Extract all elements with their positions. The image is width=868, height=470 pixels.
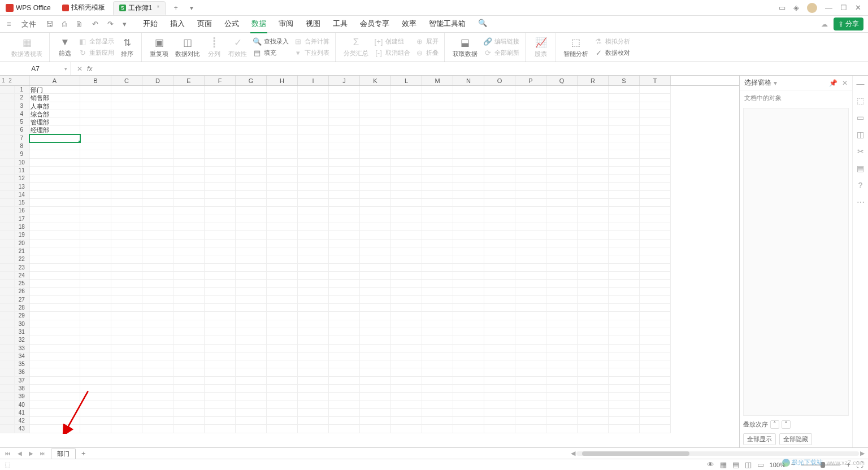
cell[interactable] <box>640 304 671 312</box>
cell[interactable] <box>29 425 80 433</box>
cell[interactable] <box>515 150 546 158</box>
rail-select-icon[interactable]: ⬚ <box>857 96 864 105</box>
cell[interactable] <box>640 401 671 409</box>
cell[interactable] <box>267 142 298 150</box>
column-header[interactable]: M <box>422 76 453 85</box>
expand-button[interactable]: ⊕展开 <box>413 36 441 47</box>
cell[interactable] <box>422 247 453 255</box>
cell[interactable] <box>29 385 80 393</box>
cell[interactable] <box>267 207 298 215</box>
cell[interactable] <box>80 296 111 304</box>
cell[interactable] <box>111 360 142 368</box>
row-header[interactable]: 12 <box>0 175 29 182</box>
cell[interactable] <box>142 352 173 360</box>
cell[interactable] <box>329 223 360 231</box>
cell[interactable] <box>267 401 298 409</box>
cell[interactable] <box>484 345 515 352</box>
cell[interactable] <box>298 425 329 433</box>
cell[interactable] <box>422 134 453 142</box>
menu-tab-formula[interactable]: 公式 <box>223 15 240 33</box>
cell[interactable] <box>453 102 484 110</box>
cell[interactable] <box>515 102 546 110</box>
cell[interactable] <box>173 264 205 272</box>
cell[interactable] <box>609 264 640 272</box>
cell[interactable] <box>267 223 298 231</box>
cell[interactable] <box>609 207 640 215</box>
cell[interactable] <box>173 312 205 320</box>
cell[interactable] <box>484 312 515 320</box>
cell[interactable] <box>111 159 142 167</box>
cell[interactable] <box>484 393 515 401</box>
cell[interactable] <box>391 280 422 288</box>
cell[interactable] <box>329 142 360 150</box>
cell[interactable] <box>142 199 173 207</box>
cell[interactable] <box>298 191 329 199</box>
qat-dropdown-icon[interactable]: ▾ <box>121 20 128 28</box>
cell[interactable] <box>609 231 640 239</box>
row-header[interactable]: 33 <box>0 345 29 352</box>
cell[interactable] <box>391 288 422 295</box>
cell[interactable] <box>298 296 329 304</box>
cell[interactable] <box>267 385 298 393</box>
cell[interactable] <box>453 126 484 134</box>
cell[interactable] <box>267 183 298 191</box>
cell[interactable] <box>111 134 142 142</box>
row-header[interactable]: 38 <box>0 385 29 393</box>
cell[interactable] <box>422 377 453 385</box>
tab-menu-button[interactable]: ▾ <box>186 2 197 14</box>
cell[interactable] <box>111 385 142 393</box>
row-header[interactable]: 31 <box>0 328 29 336</box>
cell[interactable] <box>267 312 298 320</box>
cell[interactable] <box>142 231 173 239</box>
cell[interactable] <box>329 94 360 102</box>
reader-icon[interactable]: ▭ <box>779 3 785 12</box>
cell[interactable] <box>173 94 205 102</box>
cell[interactable] <box>205 102 236 110</box>
row-header[interactable]: 17 <box>0 215 29 223</box>
cell[interactable] <box>236 240 267 247</box>
cell[interactable] <box>205 288 236 295</box>
cell[interactable] <box>422 86 453 94</box>
cell[interactable] <box>609 393 640 401</box>
cell[interactable] <box>111 94 142 102</box>
cell[interactable] <box>142 223 173 231</box>
cell[interactable] <box>111 118 142 126</box>
cell[interactable] <box>29 272 80 280</box>
cell[interactable] <box>546 199 578 207</box>
cell[interactable] <box>142 102 173 110</box>
cell[interactable] <box>205 352 236 360</box>
cell[interactable] <box>453 393 484 401</box>
cell[interactable] <box>205 191 236 199</box>
cell[interactable] <box>329 336 360 344</box>
cell[interactable] <box>391 150 422 158</box>
cell[interactable] <box>422 272 453 280</box>
cell[interactable] <box>360 223 391 231</box>
cell[interactable] <box>578 86 609 94</box>
cell[interactable] <box>422 183 453 191</box>
menu-tab-aitools[interactable]: 智能工具箱 <box>428 15 467 33</box>
cell[interactable] <box>267 264 298 272</box>
row-header[interactable]: 39 <box>0 393 29 401</box>
cell[interactable] <box>391 360 422 368</box>
cell[interactable] <box>578 199 609 207</box>
cell[interactable] <box>329 280 360 288</box>
cell[interactable] <box>173 247 205 255</box>
cell[interactable] <box>80 207 111 215</box>
collapse-button[interactable]: ⊖折叠 <box>413 47 441 58</box>
cell[interactable] <box>578 336 609 344</box>
cell[interactable] <box>609 368 640 376</box>
cell[interactable] <box>329 304 360 312</box>
cell[interactable] <box>142 393 173 401</box>
cell[interactable] <box>173 345 205 352</box>
cell[interactable] <box>609 385 640 393</box>
cell[interactable] <box>80 352 111 360</box>
cell[interactable] <box>484 183 515 191</box>
cell[interactable] <box>515 142 546 150</box>
cell[interactable] <box>640 393 671 401</box>
cell[interactable] <box>29 377 80 385</box>
cell[interactable] <box>111 280 142 288</box>
cell[interactable] <box>360 231 391 239</box>
cell[interactable] <box>173 142 205 150</box>
row-header[interactable]: 13 <box>0 183 29 191</box>
cell[interactable] <box>173 134 205 142</box>
